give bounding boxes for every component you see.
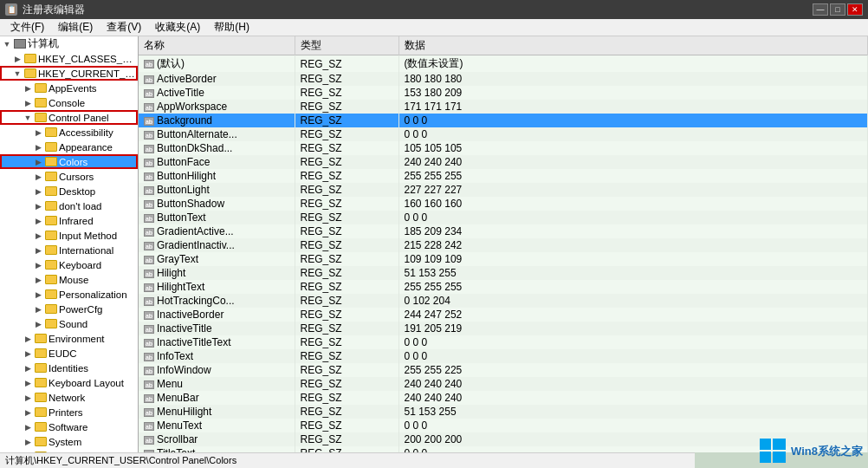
table-row[interactable]: abGradientInactiv...REG_SZ215 228 242 xyxy=(139,238,868,252)
cell-name: ab(默认) xyxy=(139,55,295,73)
tree-item-mouse[interactable]: ▶Mouse xyxy=(0,272,138,287)
expand-icon[interactable]: ▶ xyxy=(23,437,33,447)
table-row[interactable]: abInactiveTitleREG_SZ191 205 219 xyxy=(139,322,868,335)
expand-icon[interactable]: ▶ xyxy=(23,83,33,94)
tree-item-inputmethod[interactable]: ▶Input Method xyxy=(0,228,138,243)
expand-icon[interactable]: ▶ xyxy=(33,172,43,182)
expand-icon[interactable]: ▶ xyxy=(23,393,33,403)
expand-icon[interactable]: ▶ xyxy=(33,157,43,167)
table-row[interactable]: abMenuHilightREG_SZ51 153 255 xyxy=(139,405,868,419)
table-row[interactable]: abMenuBarREG_SZ240 240 240 xyxy=(139,391,868,405)
expand-icon[interactable]: ▼ xyxy=(23,113,33,123)
expand-icon[interactable]: ▶ xyxy=(23,334,33,344)
expand-icon[interactable]: ▶ xyxy=(23,422,33,432)
tree-item-software[interactable]: ▶Software xyxy=(0,419,138,434)
menu-favorites[interactable]: 收藏夹(A) xyxy=(148,18,207,36)
close-button[interactable]: ✕ xyxy=(847,3,863,16)
tree-item-international[interactable]: ▶International xyxy=(0,243,138,257)
tree-item-desktop[interactable]: ▶Desktop xyxy=(0,184,138,198)
expand-icon[interactable]: ▶ xyxy=(33,304,43,315)
tree-item-printers[interactable]: ▶Printers xyxy=(0,405,138,419)
table-row[interactable]: abScrollbarREG_SZ200 200 200 xyxy=(139,432,868,446)
expand-icon[interactable]: ▶ xyxy=(33,289,43,300)
expand-icon[interactable]: ▶ xyxy=(33,319,43,329)
tree-scroll[interactable]: ▼计算机▶HKEY_CLASSES_ROOT▼HKEY_CURRENT_USER… xyxy=(0,36,138,452)
tree-item-dontload[interactable]: ▶don't load xyxy=(0,198,138,213)
tree-item-environment[interactable]: ▶Environment xyxy=(0,331,138,346)
expand-icon[interactable]: ▶ xyxy=(33,231,43,241)
tree-item-sound[interactable]: ▶Sound xyxy=(0,316,138,331)
table-row[interactable]: abGradientActive...REG_SZ185 209 234 xyxy=(139,224,868,238)
expand-icon[interactable]: ▶ xyxy=(23,407,33,418)
expand-icon[interactable]: ▶ xyxy=(33,245,43,256)
expand-icon[interactable]: ▶ xyxy=(23,378,33,388)
tree-item-computer[interactable]: ▼计算机 xyxy=(0,36,138,51)
table-row[interactable]: abButtonTextREG_SZ0 0 0 xyxy=(139,211,868,224)
expand-icon[interactable]: ▼ xyxy=(12,68,23,79)
expand-icon[interactable]: ▶ xyxy=(33,275,43,285)
table-row[interactable]: abInfoWindowREG_SZ255 255 225 xyxy=(139,363,868,377)
table-row[interactable]: abInactiveTitleTextREG_SZ0 0 0 xyxy=(139,335,868,349)
tree-item-powercfg[interactable]: ▶PowerCfg xyxy=(0,302,138,316)
table-row[interactable]: abButtonFaceREG_SZ240 240 240 xyxy=(139,155,868,169)
svg-rect-3 xyxy=(773,452,786,463)
title-bar-controls[interactable]: — □ ✕ xyxy=(813,3,863,16)
table-row[interactable]: ab(默认)REG_SZ(数值未设置) xyxy=(139,55,868,73)
table-row[interactable]: abButtonAlternate...REG_SZ0 0 0 xyxy=(139,127,868,141)
expand-icon[interactable]: ▶ xyxy=(12,54,23,64)
table-row[interactable]: abButtonLightREG_SZ227 227 227 xyxy=(139,183,868,197)
tree-item-hkcu[interactable]: ▼HKEY_CURRENT_USER xyxy=(0,66,138,81)
table-row[interactable]: abMenuREG_SZ240 240 240 xyxy=(139,377,868,391)
table-row[interactable]: abTitleTextREG_SZ0 0 0 xyxy=(139,446,868,452)
content-scroll[interactable]: 名称 类型 数据 ab(默认)REG_SZ(数值未设置)abActiveBord… xyxy=(139,36,868,452)
tree-item-keyboardlayout[interactable]: ▶Keyboard Layout xyxy=(0,375,138,390)
expand-icon[interactable]: ▶ xyxy=(33,216,43,226)
tree-item-identities[interactable]: ▶Identities xyxy=(0,361,138,375)
tree-item-network[interactable]: ▶Network xyxy=(0,390,138,405)
expand-icon[interactable]: ▶ xyxy=(33,127,43,138)
table-row[interactable]: abActiveTitleREG_SZ153 180 209 xyxy=(139,86,868,100)
expand-icon[interactable]: ▶ xyxy=(33,201,43,211)
menu-view[interactable]: 查看(V) xyxy=(100,18,148,36)
table-row[interactable]: abGrayTextREG_SZ109 109 109 xyxy=(139,252,868,266)
tree-item-system[interactable]: ▶System xyxy=(0,434,138,449)
tree-item-infrared[interactable]: ▶Infrared xyxy=(0,213,138,228)
menu-file[interactable]: 文件(F) xyxy=(3,18,51,36)
tree-item-appearance[interactable]: ▶Appearance xyxy=(0,140,138,154)
maximize-button[interactable]: □ xyxy=(830,3,845,16)
tree-item-accessibility[interactable]: ▶Accessibility xyxy=(0,125,138,140)
tree-item-cursors[interactable]: ▶Cursors xyxy=(0,169,138,184)
table-row[interactable]: abButtonDkShad...REG_SZ105 105 105 xyxy=(139,141,868,155)
minimize-button[interactable]: — xyxy=(813,3,828,16)
table-row[interactable]: abHilightREG_SZ51 153 255 xyxy=(139,266,868,280)
tree-item-hkcr[interactable]: ▶HKEY_CLASSES_ROOT xyxy=(0,51,138,66)
registry-value-icon: ab xyxy=(144,60,154,68)
registry-value-icon: ab xyxy=(144,408,154,417)
table-row[interactable]: abButtonHilightREG_SZ255 255 255 xyxy=(139,169,868,183)
tree-item-eudc[interactable]: ▶EUDC xyxy=(0,346,138,361)
tree-item-keyboard[interactable]: ▶Keyboard xyxy=(0,257,138,272)
table-row[interactable]: abMenuTextREG_SZ0 0 0 xyxy=(139,419,868,432)
table-row[interactable]: abAppWorkspaceREG_SZ171 171 171 xyxy=(139,100,868,114)
tree-item-personalization[interactable]: ▶Personalization xyxy=(0,287,138,302)
menu-edit[interactable]: 编辑(E) xyxy=(51,18,100,36)
table-row[interactable]: abInfoTextREG_SZ0 0 0 xyxy=(139,349,868,363)
table-row[interactable]: abHilightTextREG_SZ255 255 255 xyxy=(139,280,868,294)
tree-item-colors[interactable]: ▶Colors xyxy=(0,154,138,169)
table-row[interactable]: abBackgroundREG_SZ0 0 0 xyxy=(139,114,868,127)
table-row[interactable]: abHotTrackingCo...REG_SZ0 102 204 xyxy=(139,294,868,308)
table-row[interactable]: abButtonShadowREG_SZ160 160 160 xyxy=(139,197,868,211)
tree-item-controlpanel[interactable]: ▼Control Panel xyxy=(0,110,138,125)
expand-icon[interactable]: ▶ xyxy=(33,142,43,153)
table-row[interactable]: abInactiveBorderREG_SZ244 247 252 xyxy=(139,308,868,322)
expand-icon[interactable]: ▶ xyxy=(23,363,33,374)
tree-item-appevents[interactable]: ▶AppEvents xyxy=(0,81,138,95)
expand-icon[interactable]: ▶ xyxy=(33,260,43,270)
expand-icon[interactable]: ▶ xyxy=(23,348,33,359)
tree-item-console[interactable]: ▶Console xyxy=(0,95,138,110)
menu-help[interactable]: 帮助(H) xyxy=(207,18,256,36)
expand-icon[interactable]: ▶ xyxy=(23,98,33,108)
expand-icon[interactable]: ▼ xyxy=(2,39,12,49)
expand-icon[interactable]: ▶ xyxy=(33,186,43,197)
table-row[interactable]: abActiveBorderREG_SZ180 180 180 xyxy=(139,72,868,86)
